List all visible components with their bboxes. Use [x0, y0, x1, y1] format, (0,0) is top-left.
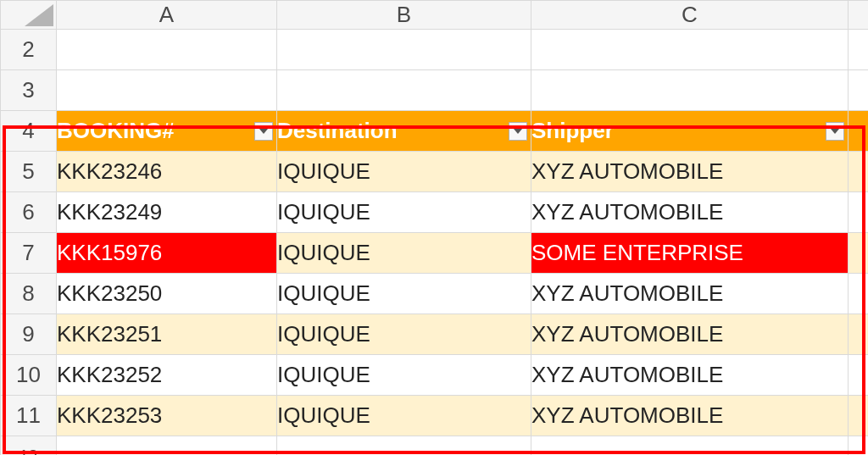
cell-D12[interactable]: [849, 436, 869, 456]
row-header-4[interactable]: 4: [1, 111, 57, 152]
cell-C10[interactable]: XYZ AUTOMOBILE: [531, 355, 849, 396]
cell-C4-header-shipper[interactable]: Shipper: [531, 111, 849, 152]
cell-B11[interactable]: IQUIQUE: [277, 396, 531, 436]
row-header-3[interactable]: 3: [1, 70, 57, 111]
row-2: 2: [1, 30, 869, 70]
cell-C7[interactable]: SOME ENTERPRISE: [531, 233, 849, 274]
cell-D6[interactable]: [849, 192, 869, 233]
cell-D11[interactable]: [849, 396, 869, 436]
col-header-C[interactable]: C: [531, 1, 849, 30]
header-destination-label: Destination: [277, 118, 398, 143]
row-header-12[interactable]: 12: [1, 436, 57, 456]
cell-B9[interactable]: IQUIQUE: [277, 314, 531, 355]
column-header-row: A B C: [1, 1, 869, 30]
cell-C5[interactable]: XYZ AUTOMOBILE: [531, 152, 849, 192]
cell-B12[interactable]: [277, 436, 531, 456]
row-3: 3: [1, 70, 869, 111]
chevron-down-icon: [259, 129, 268, 134]
row-4: 4 BOOKING# Destination Shipper: [1, 111, 869, 152]
cell-D5[interactable]: [849, 152, 869, 192]
row-5: 5 KKK23246 IQUIQUE XYZ AUTOMOBILE: [1, 152, 869, 192]
col-header-A[interactable]: A: [57, 1, 277, 30]
row-7: 7 KKK15976 IQUIQUE SOME ENTERPRISE: [1, 233, 869, 274]
cell-D2[interactable]: [849, 30, 869, 70]
cell-B5[interactable]: IQUIQUE: [277, 152, 531, 192]
cell-A10[interactable]: KKK23252: [57, 355, 277, 396]
header-booking-label: BOOKING#: [57, 118, 175, 143]
cell-A12[interactable]: [57, 436, 277, 456]
cell-C9[interactable]: XYZ AUTOMOBILE: [531, 314, 849, 355]
cell-A6[interactable]: KKK23249: [57, 192, 277, 233]
row-header-2[interactable]: 2: [1, 30, 57, 70]
cell-D9[interactable]: [849, 314, 869, 355]
row-10: 10 KKK23252 IQUIQUE XYZ AUTOMOBILE: [1, 355, 869, 396]
cell-A2[interactable]: [57, 30, 277, 70]
cell-D8[interactable]: [849, 274, 869, 314]
cell-D7[interactable]: [849, 233, 869, 274]
row-8: 8 KKK23250 IQUIQUE XYZ AUTOMOBILE: [1, 274, 869, 314]
cell-C8[interactable]: XYZ AUTOMOBILE: [531, 274, 849, 314]
cell-B8[interactable]: IQUIQUE: [277, 274, 531, 314]
cell-A9[interactable]: KKK23251: [57, 314, 277, 355]
row-11: 11 KKK23253 IQUIQUE XYZ AUTOMOBILE: [1, 396, 869, 436]
cell-C11[interactable]: XYZ AUTOMOBILE: [531, 396, 849, 436]
select-all-triangle-icon: [25, 4, 53, 26]
row-header-11[interactable]: 11: [1, 396, 57, 436]
filter-button-booking[interactable]: [254, 122, 273, 141]
row-6: 6 KKK23249 IQUIQUE XYZ AUTOMOBILE: [1, 192, 869, 233]
cell-A11[interactable]: KKK23253: [57, 396, 277, 436]
header-shipper-label: Shipper: [531, 118, 614, 143]
col-header-B[interactable]: B: [277, 1, 531, 30]
cell-C2[interactable]: [531, 30, 849, 70]
row-12: 12: [1, 436, 869, 456]
cell-C6[interactable]: XYZ AUTOMOBILE: [531, 192, 849, 233]
col-header-next[interactable]: [849, 1, 869, 30]
cell-B4-header-destination[interactable]: Destination: [277, 111, 531, 152]
chevron-down-icon: [831, 129, 839, 134]
cell-B3[interactable]: [277, 70, 531, 111]
cell-A8[interactable]: KKK23250: [57, 274, 277, 314]
cell-B2[interactable]: [277, 30, 531, 70]
cell-A5[interactable]: KKK23246: [57, 152, 277, 192]
row-9: 9 KKK23251 IQUIQUE XYZ AUTOMOBILE: [1, 314, 869, 355]
spreadsheet-grid: A B C 2 3 4 BOOKING#: [0, 0, 868, 455]
filter-button-destination[interactable]: [509, 122, 527, 141]
cell-D10[interactable]: [849, 355, 869, 396]
cell-D3[interactable]: [849, 70, 869, 111]
row-header-5[interactable]: 5: [1, 152, 57, 192]
cell-C3[interactable]: [531, 70, 849, 111]
cell-B7[interactable]: IQUIQUE: [277, 233, 531, 274]
row-header-8[interactable]: 8: [1, 274, 57, 314]
row-header-9[interactable]: 9: [1, 314, 57, 355]
row-header-10[interactable]: 10: [1, 355, 57, 396]
cell-C12[interactable]: [531, 436, 849, 456]
select-all-corner[interactable]: [1, 1, 57, 30]
cell-A3[interactable]: [57, 70, 277, 111]
cell-B6[interactable]: IQUIQUE: [277, 192, 531, 233]
cell-A7[interactable]: KKK15976: [57, 233, 277, 274]
cell-B10[interactable]: IQUIQUE: [277, 355, 531, 396]
spreadsheet-viewport: A B C 2 3 4 BOOKING#: [0, 0, 868, 455]
filter-button-shipper[interactable]: [826, 122, 844, 141]
cell-D4[interactable]: [849, 111, 869, 152]
row-header-6[interactable]: 6: [1, 192, 57, 233]
cell-A4-header-booking[interactable]: BOOKING#: [57, 111, 277, 152]
chevron-down-icon: [514, 129, 522, 134]
row-header-7[interactable]: 7: [1, 233, 57, 274]
